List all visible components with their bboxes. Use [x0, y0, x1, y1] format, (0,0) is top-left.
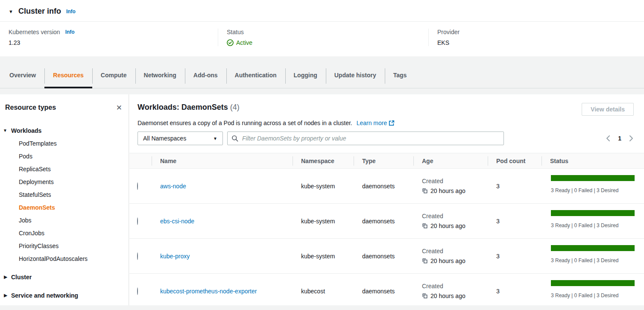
status-badge: Active: [227, 39, 420, 46]
sidebar-item[interactable]: PodTemplates: [0, 137, 128, 150]
age-cell: Created 20 hours ago: [413, 283, 488, 299]
status-text: 3 Ready | 0 Failed | 3 Desired: [551, 257, 635, 263]
kubernetes-version-label: Kubernetes version: [9, 29, 60, 35]
pod-count-cell: 3: [488, 218, 542, 225]
tab[interactable]: Authentication: [226, 62, 285, 88]
sidebar-item[interactable]: StatefulSets: [0, 188, 128, 201]
sidebar-item[interactable]: DaemonSets: [0, 201, 128, 214]
group-header-workloads[interactable]: ▼ Workloads: [0, 124, 128, 137]
description-text: Daemonset ensures a copy of a Pod is run…: [138, 120, 352, 126]
tab[interactable]: Networking: [135, 62, 185, 88]
status-cell: 3 Ready | 0 Failed | 3 Desired: [542, 204, 644, 238]
column-header-type: Type: [354, 153, 413, 168]
group-header[interactable]: ▶ Service and networking: [0, 289, 128, 302]
provider-value: EKS: [437, 39, 635, 46]
status-progress-bar: [551, 245, 635, 251]
age-created-label: Created: [422, 283, 488, 290]
copy-icon[interactable]: [422, 293, 428, 299]
sidebar-item[interactable]: Pods: [0, 150, 128, 163]
tab-label: Overview: [9, 72, 36, 79]
close-icon[interactable]: ✕: [116, 104, 122, 111]
sidebar-item[interactable]: HorizontalPodAutoscalers: [0, 252, 128, 265]
sidebar-item-label: CronJobs: [19, 230, 44, 237]
table-row: kube-proxy kube-system daemonsets Create…: [129, 239, 644, 274]
status-text: 3 Ready | 0 Failed | 3 Desired: [551, 292, 635, 298]
namespace-cell: kube-system: [293, 183, 354, 190]
status-cell: 3 Ready | 0 Failed | 3 Desired: [542, 274, 644, 305]
sidebar-item[interactable]: Deployments: [0, 175, 128, 188]
tab[interactable]: Update history: [326, 62, 385, 88]
filter-input-wrapper: [227, 132, 504, 145]
sidebar-item[interactable]: Jobs: [0, 214, 128, 227]
resource-tree: ▼ Workloads PodTemplates Pods ReplicaSet…: [0, 124, 128, 302]
field-provider: Provider EKS: [428, 29, 644, 46]
sidebar-item[interactable]: PriorityClasses: [0, 240, 128, 252]
cluster-info-info-link[interactable]: Info: [66, 9, 76, 15]
daemonset-name-link[interactable]: kube-proxy: [160, 253, 190, 260]
column-header-namespace: Namespace: [293, 153, 354, 168]
namespace-cell: kubecost: [293, 288, 354, 295]
sidebar-item-label: Deployments: [19, 178, 54, 185]
copy-icon[interactable]: [422, 188, 428, 194]
previous-page-icon[interactable]: [606, 135, 611, 142]
sidebar-item-label: ReplicaSets: [19, 166, 51, 173]
namespace-select-value: All Namespaces: [143, 135, 186, 142]
sidebar-item[interactable]: CronJobs: [0, 227, 128, 240]
panel-title: Workloads: DaemonSets (4): [138, 103, 240, 112]
collapse-caret-icon[interactable]: ▼: [9, 9, 13, 14]
age-created-label: Created: [422, 248, 488, 254]
row-radio-button[interactable]: [137, 217, 138, 225]
row-radio-button[interactable]: [137, 287, 138, 295]
cluster-tabs: Overview Resources Compute Networking Ad…: [0, 56, 644, 88]
tab[interactable]: Compute: [92, 62, 135, 88]
row-radio-button[interactable]: [137, 252, 138, 260]
tab[interactable]: Overview: [1, 62, 44, 88]
copy-icon[interactable]: [422, 223, 428, 229]
age-value: 20 hours ago: [430, 292, 465, 299]
tab[interactable]: Resources: [44, 62, 92, 88]
group-header[interactable]: ▶ Cluster: [0, 271, 128, 284]
daemonset-name-link[interactable]: aws-node: [160, 183, 186, 190]
tab-label: Compute: [101, 72, 127, 79]
namespace-cell: kube-system: [293, 218, 354, 225]
tab[interactable]: Add-ons: [185, 62, 226, 88]
learn-more-link[interactable]: Learn more: [357, 120, 387, 126]
status-value: Active: [236, 39, 252, 46]
type-cell: daemonsets: [354, 218, 413, 225]
group-label: Workloads: [11, 124, 41, 137]
content-layout: Resource types ✕ ▼ Workloads PodTemplate…: [0, 94, 644, 305]
status-cell: 3 Ready | 0 Failed | 3 Desired: [542, 239, 644, 273]
panel-title-text: Workloads: DaemonSets: [138, 103, 228, 111]
age-cell: Created 20 hours ago: [413, 213, 488, 229]
namespace-select[interactable]: All Namespaces ▼: [138, 132, 223, 145]
age-cell: Created 20 hours ago: [413, 178, 488, 194]
view-details-button[interactable]: View details: [582, 103, 634, 116]
type-cell: daemonsets: [354, 183, 413, 190]
tab-label: Networking: [144, 72, 176, 79]
collapsed-group: ▶ Service and networking: [0, 289, 128, 302]
daemonset-name-link[interactable]: kubecost-prometheus-node-exporter: [160, 288, 257, 295]
kubernetes-version-info-link[interactable]: Info: [65, 29, 75, 35]
next-page-icon[interactable]: [629, 135, 634, 142]
age-value: 20 hours ago: [430, 187, 465, 194]
cluster-info-header: ▼ Cluster info Info: [0, 0, 644, 22]
table-row: kubecost-prometheus-node-exporter kubeco…: [129, 274, 644, 305]
tab[interactable]: Tags: [385, 62, 416, 88]
copy-icon[interactable]: [422, 258, 428, 264]
tab[interactable]: Logging: [285, 62, 326, 88]
filter-input[interactable]: [241, 135, 500, 142]
chevron-down-icon: ▼: [213, 136, 217, 141]
table-controls: All Namespaces ▼ 1: [138, 132, 634, 145]
sidebar-item-label: StatefulSets: [19, 191, 51, 198]
row-radio-button[interactable]: [137, 182, 138, 190]
sidebar-item-label: PodTemplates: [19, 140, 57, 147]
current-page[interactable]: 1: [618, 135, 621, 142]
group-label: Cluster: [11, 271, 32, 284]
age-value: 20 hours ago: [430, 222, 465, 229]
sidebar-item[interactable]: ReplicaSets: [0, 163, 128, 175]
daemonset-name-link[interactable]: ebs-csi-node: [160, 218, 194, 225]
age-created-label: Created: [422, 178, 488, 184]
collapse-caret-icon: ▼: [0, 124, 11, 137]
column-header-status: Status: [542, 153, 644, 168]
field-kubernetes-version: Kubernetes version Info 1.23: [0, 29, 218, 46]
